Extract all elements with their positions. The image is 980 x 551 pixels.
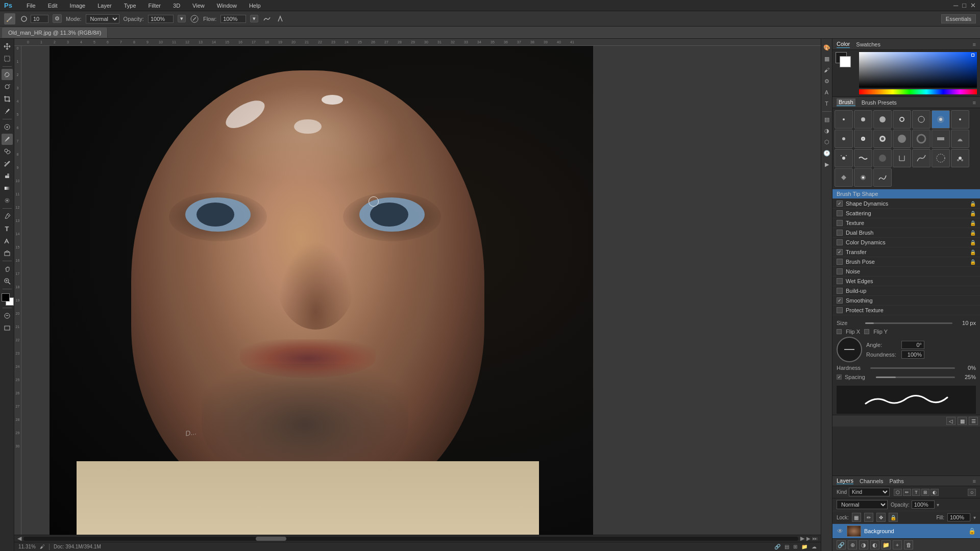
brush-panel-btn-1[interactable]: ◁ — [946, 417, 955, 425]
tool-screen-mode[interactable] — [2, 322, 13, 334]
brush-preset-9[interactable] — [854, 130, 872, 148]
status-folder-icon[interactable]: 📁 — [801, 544, 807, 549]
panel-icon-paths[interactable]: ⬡ — [822, 137, 831, 146]
color-dynamics-checkbox[interactable] — [837, 239, 843, 245]
tool-path-select[interactable] — [2, 235, 13, 246]
tool-shape[interactable] — [2, 247, 13, 259]
color-tab[interactable]: Color — [837, 40, 850, 48]
flip-x-checkbox[interactable] — [837, 329, 842, 334]
link-layers-btn[interactable]: 🔗 — [837, 540, 846, 549]
new-group-btn[interactable]: 📁 — [881, 540, 891, 549]
filter-toggle[interactable]: ○ — [968, 489, 976, 496]
texture-item[interactable]: Texture 🔒 — [832, 218, 980, 228]
shape-dynamics-lock[interactable]: 🔒 — [970, 201, 976, 207]
blend-mode-select[interactable]: Normal — [837, 500, 888, 509]
opacity-input[interactable] — [912, 500, 935, 509]
filter-icon-4[interactable]: ⊞ — [921, 489, 929, 496]
status-cloud-icon[interactable]: ☁ — [812, 544, 817, 549]
brush-preset-4[interactable] — [893, 110, 911, 129]
brush-preset-10[interactable] — [873, 130, 892, 148]
brush-panel-btn-2[interactable]: ▦ — [958, 417, 967, 425]
brush-preset-19[interactable] — [912, 149, 930, 167]
brush-preset-1[interactable] — [835, 110, 853, 129]
panel-icon-actions[interactable]: ▶ — [822, 160, 831, 169]
opacity-input[interactable]: 100% — [148, 15, 174, 23]
tool-quick-select[interactable] — [2, 81, 13, 92]
tool-marquee[interactable] — [2, 53, 13, 64]
add-style-btn[interactable]: ⊕ — [848, 540, 857, 549]
brush-preset-7[interactable] — [951, 110, 969, 129]
tool-type[interactable]: T — [2, 223, 13, 234]
transfer-lock[interactable]: 🔒 — [970, 249, 976, 255]
panel-icon-swatches[interactable]: ▦ — [822, 54, 831, 63]
protect-texture-item[interactable]: Protect Texture — [832, 306, 980, 315]
status-layer-icon[interactable]: ▤ — [785, 544, 789, 549]
noise-item[interactable]: Noise — [832, 267, 980, 277]
brush-preset-15[interactable] — [835, 149, 853, 167]
brush-preset-6[interactable] — [932, 110, 950, 129]
panel-icon-channels[interactable]: ◑ — [822, 126, 831, 135]
tool-eraser[interactable] — [2, 170, 13, 182]
tool-eyedropper[interactable] — [2, 106, 13, 117]
dual-brush-checkbox[interactable] — [837, 230, 843, 236]
delete-layer-btn[interactable]: 🗑 — [904, 540, 913, 549]
brush-panel-btn-3[interactable]: ☰ — [969, 417, 978, 425]
brush-preset-20[interactable] — [932, 149, 950, 167]
brush-presets-tab[interactable]: Brush Presets — [860, 99, 899, 106]
filter-icon-1[interactable]: ⬡ — [894, 489, 902, 496]
brush-preset-8[interactable] — [835, 130, 853, 148]
flow-input[interactable]: 100% — [220, 15, 246, 23]
shape-dynamics-checkbox[interactable]: ✓ — [837, 201, 843, 207]
brush-size-input[interactable] — [31, 15, 48, 23]
stop-button[interactable]: ⏭ — [813, 536, 818, 541]
build-up-item[interactable]: Build-up — [832, 286, 980, 296]
foreground-color-swatch[interactable] — [2, 293, 10, 302]
tool-crop[interactable] — [2, 93, 13, 105]
brush-preset-14[interactable] — [951, 130, 969, 148]
spacing-checkbox[interactable]: ✓ — [837, 374, 842, 380]
menu-edit[interactable]: Edit — [46, 2, 60, 10]
color-panel-menu[interactable]: ≡ — [973, 41, 976, 47]
minimize-button[interactable]: ─ — [953, 2, 958, 9]
mode-select[interactable]: Normal — [86, 14, 119, 23]
brush-preset-22[interactable] — [835, 168, 853, 187]
channels-tab[interactable]: Channels — [860, 478, 883, 484]
scattering-lock[interactable]: 🔒 — [970, 211, 976, 216]
panel-icon-history[interactable]: 🕐 — [822, 148, 831, 158]
protect-texture-checkbox[interactable] — [837, 307, 843, 313]
brush-tool-icon[interactable] — [4, 13, 15, 24]
tool-spot-heal[interactable] — [2, 121, 13, 133]
tool-blur[interactable] — [2, 195, 13, 206]
texture-checkbox[interactable] — [837, 220, 843, 226]
brush-preset-13[interactable] — [932, 130, 950, 148]
horizontal-scrollbar[interactable]: ◀ ▶ ▶ ⏭ — [14, 535, 821, 542]
color-dynamics-item[interactable]: Color Dynamics 🔒 — [832, 238, 980, 247]
canvas-area[interactable]: D... — [21, 46, 821, 535]
swatches-tab[interactable]: Swatches — [856, 41, 880, 48]
panel-icon-char[interactable]: T — [822, 99, 831, 108]
opacity-stepper[interactable]: ▾ — [937, 502, 939, 508]
lock-transparent-btn[interactable]: ▦ — [852, 513, 861, 522]
brush-pose-lock[interactable]: 🔒 — [970, 259, 976, 265]
menu-layer[interactable]: Layer — [95, 2, 114, 10]
menu-image[interactable]: Image — [68, 2, 88, 10]
brush-preset-16[interactable] — [854, 149, 872, 167]
roundness-input[interactable] — [901, 350, 924, 359]
flip-y-checkbox[interactable] — [864, 329, 869, 334]
fill-input[interactable] — [947, 513, 970, 521]
layer-background[interactable]: 👁 Background 🔒 — [832, 524, 980, 538]
angle-dial[interactable] — [837, 337, 862, 362]
panel-icon-style[interactable]: A — [822, 88, 831, 97]
scattering-checkbox[interactable] — [837, 210, 843, 216]
tool-colors[interactable] — [2, 293, 13, 306]
shape-dynamics-item[interactable]: ✓ Shape Dynamics 🔒 — [832, 199, 980, 209]
tool-zoom[interactable] — [2, 276, 13, 287]
kind-select[interactable]: Kind — [849, 488, 890, 496]
tool-mask[interactable] — [2, 310, 13, 321]
tool-lasso[interactable] — [2, 69, 13, 80]
menu-window[interactable]: Window — [215, 2, 239, 10]
tool-move[interactable] — [2, 41, 13, 52]
brush-preset-24[interactable] — [873, 168, 892, 187]
wet-edges-checkbox[interactable] — [837, 278, 843, 284]
flow-toggle[interactable]: ▾ — [250, 15, 258, 22]
